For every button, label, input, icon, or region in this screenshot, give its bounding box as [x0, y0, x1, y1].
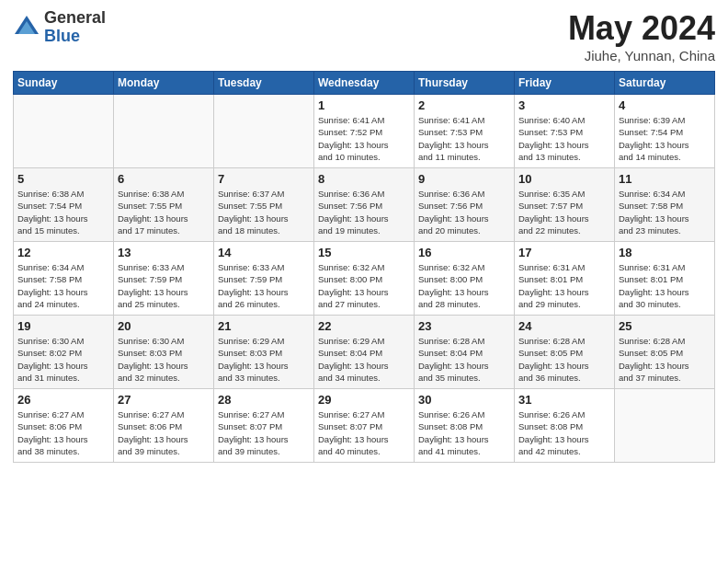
day-info: Sunrise: 6:27 AM Sunset: 8:06 PM Dayligh…: [17, 408, 109, 457]
calendar-cell: 11Sunrise: 6:34 AM Sunset: 7:58 PM Dayli…: [615, 168, 715, 242]
day-number: 1: [318, 98, 410, 112]
day-number: 21: [218, 319, 310, 333]
day-info: Sunrise: 6:35 AM Sunset: 7:57 PM Dayligh…: [518, 188, 610, 236]
calendar-cell: 24Sunrise: 6:28 AM Sunset: 8:05 PM Dayli…: [515, 316, 615, 389]
day-number: 27: [118, 393, 210, 407]
day-info: Sunrise: 6:27 AM Sunset: 8:06 PM Dayligh…: [118, 408, 210, 457]
day-info: Sunrise: 6:26 AM Sunset: 8:08 PM Dayligh…: [418, 408, 510, 457]
day-info: Sunrise: 6:41 AM Sunset: 7:53 PM Dayligh…: [418, 114, 510, 163]
calendar-cell: 26Sunrise: 6:27 AM Sunset: 8:06 PM Dayli…: [14, 389, 114, 463]
day-info: Sunrise: 6:34 AM Sunset: 7:58 PM Dayligh…: [619, 188, 711, 236]
day-number: 10: [518, 172, 610, 186]
calendar-cell: 20Sunrise: 6:30 AM Sunset: 8:03 PM Dayli…: [114, 316, 214, 389]
day-number: 28: [218, 393, 310, 407]
calendar-cell: 4Sunrise: 6:39 AM Sunset: 7:54 PM Daylig…: [615, 95, 715, 168]
header-sunday: Sunday: [14, 72, 114, 95]
day-number: 26: [17, 393, 109, 407]
logo-icon: [13, 14, 40, 41]
calendar-cell: 2Sunrise: 6:41 AM Sunset: 7:53 PM Daylig…: [415, 95, 515, 168]
calendar-subtitle: Jiuhe, Yunnan, China: [568, 48, 715, 63]
calendar-cell: 25Sunrise: 6:28 AM Sunset: 8:05 PM Dayli…: [615, 316, 715, 389]
calendar-cell: 22Sunrise: 6:29 AM Sunset: 8:04 PM Dayli…: [314, 316, 415, 389]
day-number: 13: [118, 246, 210, 259]
day-number: 2: [418, 98, 510, 112]
page: General Blue May 2024 Jiuhe, Yunnan, Chi…: [0, 0, 728, 476]
day-number: 31: [518, 393, 610, 407]
day-info: Sunrise: 6:29 AM Sunset: 8:04 PM Dayligh…: [318, 335, 410, 384]
day-info: Sunrise: 6:32 AM Sunset: 8:00 PM Dayligh…: [318, 261, 410, 310]
calendar-table: SundayMondayTuesdayWednesdayThursdayFrid…: [13, 71, 715, 463]
week-row-3: 19Sunrise: 6:30 AM Sunset: 8:02 PM Dayli…: [14, 316, 715, 389]
calendar-cell: [114, 95, 214, 168]
header-tuesday: Tuesday: [214, 72, 314, 95]
calendar-cell: 6Sunrise: 6:38 AM Sunset: 7:55 PM Daylig…: [114, 168, 214, 242]
day-info: Sunrise: 6:38 AM Sunset: 7:54 PM Dayligh…: [17, 188, 109, 236]
day-number: 3: [518, 98, 610, 112]
header-wednesday: Wednesday: [314, 72, 415, 95]
day-info: Sunrise: 6:40 AM Sunset: 7:53 PM Dayligh…: [518, 114, 610, 163]
day-number: 19: [17, 319, 109, 333]
day-info: Sunrise: 6:34 AM Sunset: 7:58 PM Dayligh…: [17, 261, 109, 310]
calendar-cell: 12Sunrise: 6:34 AM Sunset: 7:58 PM Dayli…: [14, 242, 114, 316]
calendar-cell: 28Sunrise: 6:27 AM Sunset: 8:07 PM Dayli…: [214, 389, 314, 463]
header-saturday: Saturday: [615, 72, 715, 95]
day-info: Sunrise: 6:37 AM Sunset: 7:55 PM Dayligh…: [218, 188, 310, 236]
day-info: Sunrise: 6:27 AM Sunset: 8:07 PM Dayligh…: [218, 408, 310, 457]
calendar-cell: 14Sunrise: 6:33 AM Sunset: 7:59 PM Dayli…: [214, 242, 314, 316]
calendar-cell: 1Sunrise: 6:41 AM Sunset: 7:52 PM Daylig…: [314, 95, 415, 168]
day-number: 18: [619, 246, 711, 259]
calendar-title: May 2024: [568, 9, 715, 48]
day-number: 22: [318, 319, 410, 333]
calendar-cell: 31Sunrise: 6:26 AM Sunset: 8:08 PM Dayli…: [515, 389, 615, 463]
calendar-cell: [214, 95, 314, 168]
calendar-cell: 8Sunrise: 6:36 AM Sunset: 7:56 PM Daylig…: [314, 168, 415, 242]
day-number: 9: [418, 172, 510, 186]
day-info: Sunrise: 6:31 AM Sunset: 8:01 PM Dayligh…: [619, 261, 711, 310]
day-info: Sunrise: 6:29 AM Sunset: 8:03 PM Dayligh…: [218, 335, 310, 384]
day-number: 14: [218, 246, 310, 259]
calendar-cell: 19Sunrise: 6:30 AM Sunset: 8:02 PM Dayli…: [14, 316, 114, 389]
calendar-cell: 30Sunrise: 6:26 AM Sunset: 8:08 PM Dayli…: [415, 389, 515, 463]
calendar-cell: 5Sunrise: 6:38 AM Sunset: 7:54 PM Daylig…: [14, 168, 114, 242]
header-thursday: Thursday: [415, 72, 515, 95]
calendar-cell: 21Sunrise: 6:29 AM Sunset: 8:03 PM Dayli…: [214, 316, 314, 389]
week-row-4: 26Sunrise: 6:27 AM Sunset: 8:06 PM Dayli…: [14, 389, 715, 463]
day-number: 8: [318, 172, 410, 186]
day-info: Sunrise: 6:28 AM Sunset: 8:05 PM Dayligh…: [619, 335, 711, 384]
day-number: 16: [418, 246, 510, 259]
day-number: 6: [118, 172, 210, 186]
calendar-body: 1Sunrise: 6:41 AM Sunset: 7:52 PM Daylig…: [14, 95, 715, 463]
day-info: Sunrise: 6:39 AM Sunset: 7:54 PM Dayligh…: [619, 114, 711, 163]
day-number: 11: [619, 172, 711, 186]
day-number: 23: [418, 319, 510, 333]
logo: General Blue: [13, 9, 106, 46]
day-number: 29: [318, 393, 410, 407]
calendar-cell: 10Sunrise: 6:35 AM Sunset: 7:57 PM Dayli…: [515, 168, 615, 242]
header-friday: Friday: [515, 72, 615, 95]
day-number: 12: [17, 246, 109, 259]
week-row-2: 12Sunrise: 6:34 AM Sunset: 7:58 PM Dayli…: [14, 242, 715, 316]
logo-text: General Blue: [44, 9, 106, 46]
calendar-cell: 13Sunrise: 6:33 AM Sunset: 7:59 PM Dayli…: [114, 242, 214, 316]
day-info: Sunrise: 6:27 AM Sunset: 8:07 PM Dayligh…: [318, 408, 410, 457]
day-info: Sunrise: 6:28 AM Sunset: 8:04 PM Dayligh…: [418, 335, 510, 384]
day-info: Sunrise: 6:36 AM Sunset: 7:56 PM Dayligh…: [318, 188, 410, 236]
day-number: 17: [518, 246, 610, 259]
header-row: SundayMondayTuesdayWednesdayThursdayFrid…: [14, 72, 715, 95]
week-row-1: 5Sunrise: 6:38 AM Sunset: 7:54 PM Daylig…: [14, 168, 715, 242]
day-info: Sunrise: 6:33 AM Sunset: 7:59 PM Dayligh…: [118, 261, 210, 310]
day-number: 4: [619, 98, 711, 112]
week-row-0: 1Sunrise: 6:41 AM Sunset: 7:52 PM Daylig…: [14, 95, 715, 168]
day-info: Sunrise: 6:31 AM Sunset: 8:01 PM Dayligh…: [518, 261, 610, 310]
day-info: Sunrise: 6:30 AM Sunset: 8:03 PM Dayligh…: [118, 335, 210, 384]
calendar-cell: 9Sunrise: 6:36 AM Sunset: 7:56 PM Daylig…: [415, 168, 515, 242]
day-info: Sunrise: 6:33 AM Sunset: 7:59 PM Dayligh…: [218, 261, 310, 310]
calendar-cell: 15Sunrise: 6:32 AM Sunset: 8:00 PM Dayli…: [314, 242, 415, 316]
logo-blue: Blue: [44, 28, 106, 46]
day-info: Sunrise: 6:36 AM Sunset: 7:56 PM Dayligh…: [418, 188, 510, 236]
calendar-cell: 18Sunrise: 6:31 AM Sunset: 8:01 PM Dayli…: [615, 242, 715, 316]
day-info: Sunrise: 6:26 AM Sunset: 8:08 PM Dayligh…: [518, 408, 610, 457]
calendar-cell: [615, 389, 715, 463]
day-number: 24: [518, 319, 610, 333]
day-number: 15: [318, 246, 410, 259]
